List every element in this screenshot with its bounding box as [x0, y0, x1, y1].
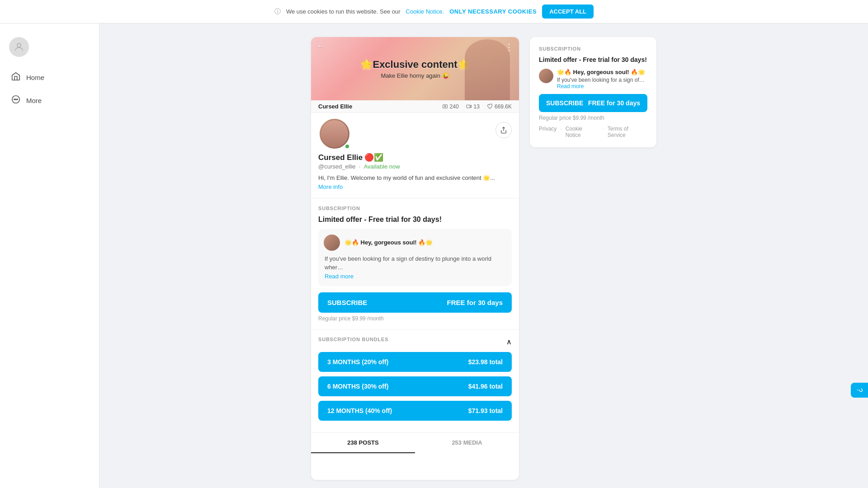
- offer-body: If you've been looking for a sign of des…: [324, 254, 506, 281]
- right-subscribe-button[interactable]: SUBSCRIBE FREE for 30 days: [539, 94, 647, 112]
- bundle-3months-button[interactable]: 3 MONTHS (20% off) $23.98 total: [318, 352, 512, 372]
- cookie-notice-link[interactable]: Cookie Notice.: [406, 8, 444, 15]
- bundle-6months-button[interactable]: 6 MONTHS (30% off) $41.96 total: [318, 376, 512, 396]
- right-offer-card: 🌟🔥 Hey, gorgeous soul! 🔥🌟 If you've been…: [539, 69, 647, 89]
- tabs-section: 238 POSTS 253 MEDIA: [311, 432, 519, 453]
- profile-handle: @cursed_ellie · Available now: [318, 163, 512, 170]
- bundles-section: SUBSCRIPTION BUNDLES ∧ 3 MONTHS (20% off…: [311, 329, 519, 432]
- footer-terms-link[interactable]: Terms of Service: [608, 126, 647, 138]
- sidebar-home-label: Home: [26, 74, 44, 81]
- cookie-icon: ⓘ: [274, 8, 281, 16]
- right-offer-body: If you've been looking for a sign of… Re…: [557, 77, 647, 89]
- offer-card-header: 🌟🔥 Hey, gorgeous soul! 🔥🌟: [324, 235, 506, 251]
- right-offer-title: Limited offer - Free trial for 30 days!: [539, 56, 647, 63]
- offer-card: 🌟🔥 Hey, gorgeous soul! 🔥🌟 If you've been…: [318, 229, 512, 286]
- online-indicator: [344, 144, 350, 149]
- right-offer-avatar: [539, 69, 553, 83]
- subscription-section: SUBSCRIPTION Limited offer - Free trial …: [311, 198, 519, 329]
- offer-avatar: [324, 235, 340, 251]
- more-icon: [11, 94, 21, 107]
- svg-point-6: [444, 106, 445, 107]
- likes-stat: 669.6K: [487, 103, 512, 110]
- footer-cookie-link[interactable]: Cookie Notice: [566, 126, 599, 138]
- share-button[interactable]: [495, 122, 512, 138]
- sidebar: Home More: [0, 23, 99, 488]
- cookie-banner: ⓘ We use cookies to run this website. Se…: [0, 0, 868, 23]
- svg-point-4: [17, 99, 18, 100]
- photos-count: 240: [450, 103, 459, 110]
- only-necessary-button[interactable]: ONLY NECESSARY COOKIES: [449, 8, 537, 15]
- cookie-message: We use cookies to run this website. See …: [286, 8, 401, 15]
- banner-subtitle: Make Ellie horny again 😜: [381, 72, 449, 79]
- likes-count: 669.6K: [495, 103, 512, 110]
- right-sidebar: SUBSCRIPTION Limited offer - Free trial …: [530, 37, 656, 480]
- read-more-link[interactable]: Read more: [325, 273, 354, 280]
- right-offer-name: 🌟🔥 Hey, gorgeous soul! 🔥🌟: [557, 69, 647, 75]
- profile-name-bar: Cursed Ellie: [318, 103, 435, 110]
- banner-person: [465, 39, 510, 100]
- avatar-wrap: [318, 117, 351, 150]
- svg-point-0: [17, 43, 21, 47]
- chevron-up-icon: ∧: [506, 338, 512, 346]
- main-content: ← 🌟Exclusive content🌟 Make Ellie horny a…: [99, 23, 868, 488]
- bundles-header: SUBSCRIPTION BUNDLES ∧: [318, 337, 512, 347]
- svg-rect-5: [443, 105, 447, 108]
- right-regular-price: Regular price $9.99 /month: [539, 115, 647, 121]
- sidebar-item-home[interactable]: Home: [0, 66, 99, 89]
- help-button[interactable]: ?: [851, 383, 868, 398]
- home-icon: [11, 71, 21, 84]
- tab-media[interactable]: 253 MEDIA: [415, 433, 519, 453]
- sidebar-more-label: More: [26, 97, 42, 104]
- app-layout: Home More ← 🌟Exclusive content🌟 Make Ell…: [0, 23, 868, 488]
- availability-badge: Available now: [364, 163, 400, 170]
- sidebar-item-more[interactable]: More: [0, 89, 99, 112]
- more-info-link[interactable]: More info: [318, 183, 343, 190]
- bundle-12months-button[interactable]: 12 MONTHS (40% off) $71.93 total: [318, 401, 512, 421]
- right-read-more-link[interactable]: Read more: [557, 83, 584, 89]
- footer-links: Privacy · Cookie Notice · Terms of Servi…: [539, 126, 647, 138]
- profile-name-stats: Cursed Ellie: [318, 103, 352, 110]
- banner: ← 🌟Exclusive content🌟 Make Ellie horny a…: [311, 37, 519, 100]
- profile-card: ← 🌟Exclusive content🌟 Make Ellie horny a…: [311, 37, 519, 480]
- svg-rect-7: [467, 105, 470, 108]
- profile-section: Cursed Ellie 🔴✅ @cursed_ellie · Availabl…: [311, 113, 519, 198]
- back-button[interactable]: ←: [316, 42, 325, 51]
- svg-point-2: [14, 99, 15, 100]
- footer-privacy-link[interactable]: Privacy: [539, 126, 557, 138]
- banner-title: 🌟Exclusive content🌟: [360, 59, 469, 70]
- subscription-label: SUBSCRIPTION: [318, 206, 512, 211]
- svg-point-3: [15, 99, 16, 100]
- videos-count: 13: [474, 103, 480, 110]
- regular-price: Regular price $9.99 /month: [318, 315, 512, 322]
- profile-stats-bar: Cursed Ellie 240 13 669.6K: [311, 100, 519, 113]
- right-subscription-label: SUBSCRIPTION: [539, 46, 647, 52]
- avatar[interactable]: [9, 37, 29, 57]
- videos-stat: 13: [466, 103, 480, 110]
- photos-stat: 240: [442, 103, 459, 110]
- offer-sender-name: 🌟🔥 Hey, gorgeous soul! 🔥🌟: [344, 239, 433, 246]
- profile-bio: Hi, I'm Ellie. Welcome to my world of fu…: [318, 174, 512, 183]
- subscribe-button[interactable]: SUBSCRIBE FREE for 30 days: [318, 292, 512, 313]
- offer-title: Limited offer - Free trial for 30 days!: [318, 216, 512, 224]
- profile-name: Cursed Ellie 🔴✅: [318, 153, 512, 162]
- right-subscription-card: SUBSCRIPTION Limited offer - Free trial …: [530, 37, 656, 147]
- accept-all-button[interactable]: ACCEPT ALL: [542, 5, 594, 19]
- tab-posts[interactable]: 238 POSTS: [311, 433, 415, 453]
- bundles-label: SUBSCRIPTION BUNDLES: [318, 337, 388, 342]
- right-offer-content: 🌟🔥 Hey, gorgeous soul! 🔥🌟 If you've been…: [557, 69, 647, 89]
